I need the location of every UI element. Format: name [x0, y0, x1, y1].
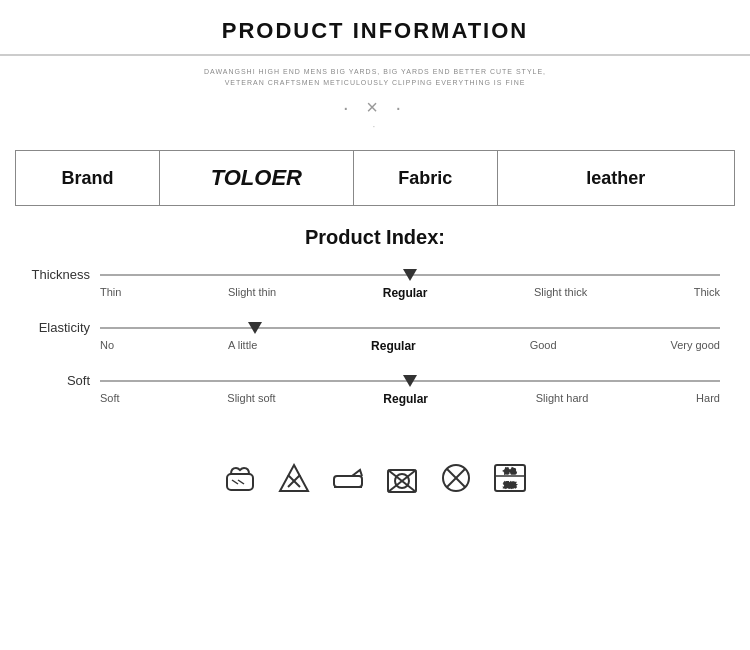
tick-thin: Thin [100, 286, 121, 300]
thickness-label: Thickness [30, 267, 100, 282]
tick-regular-elasticity: Regular [371, 339, 416, 353]
deco-area: DAWANGSHI HIGH END MENS BIG YARDS, BIG Y… [0, 56, 750, 138]
tick-slight-thick: Slight thick [534, 286, 587, 300]
tick-thick: Thick [694, 286, 720, 300]
tick-no: No [100, 339, 114, 353]
iron-icon [330, 460, 366, 501]
tick-good: Good [530, 339, 557, 353]
no-tumble-dry-icon [438, 460, 474, 501]
elasticity-track [100, 325, 720, 331]
elasticity-marker [248, 322, 262, 334]
tick-regular-soft: Regular [383, 392, 428, 406]
deco-symbol: · × · [0, 96, 750, 119]
thickness-ticks: Thin Slight thin Regular Slight thick Th… [100, 286, 720, 300]
product-info-table: Brand TOLOER Fabric leather [15, 150, 735, 206]
soft-slider-row: Soft [30, 373, 720, 388]
thickness-slider-row: Thickness [30, 267, 720, 282]
deco-text-line2: VETERAN CRAFTSMEN METICULOUSLY CLIPPING … [0, 77, 750, 88]
brand-value: TOLOER [159, 151, 353, 206]
deco-text-line1: DAWANGSHI HIGH END MENS BIG YARDS, BIG Y… [0, 66, 750, 77]
index-title: Product Index: [30, 226, 720, 249]
color-wash-icon: 分色 洗涤 [492, 460, 528, 501]
svg-line-2 [238, 480, 244, 484]
thickness-marker [403, 269, 417, 281]
svg-marker-3 [280, 465, 308, 491]
soft-ticks: Soft Slight soft Regular Slight hard Har… [100, 392, 720, 406]
tick-regular-thickness: Regular [383, 286, 428, 300]
no-bleach-icon [276, 460, 312, 501]
soft-marker [403, 375, 417, 387]
tick-soft: Soft [100, 392, 120, 406]
svg-text:洗涤: 洗涤 [504, 482, 516, 488]
tick-slight-hard: Slight hard [536, 392, 589, 406]
soft-track [100, 378, 720, 384]
wash-icon [222, 460, 258, 501]
thickness-labels-row: Thin Slight thin Regular Slight thick Th… [30, 286, 720, 300]
brand-label: Brand [16, 151, 160, 206]
tick-slight-thin: Slight thin [228, 286, 276, 300]
svg-line-1 [232, 480, 238, 484]
no-machine-wash-icon [384, 460, 420, 501]
svg-text:分色: 分色 [504, 468, 516, 474]
tick-hard: Hard [696, 392, 720, 406]
svg-rect-6 [334, 476, 362, 487]
thickness-track [100, 272, 720, 278]
elasticity-labels-row: No A little Regular Good Very good [30, 339, 720, 353]
tick-very-good: Very good [670, 339, 720, 353]
deco-dot: · [0, 121, 750, 132]
elasticity-label: Elasticity [30, 320, 100, 335]
tick-a-little: A little [228, 339, 257, 353]
soft-label: Soft [30, 373, 100, 388]
elasticity-ticks: No A little Regular Good Very good [100, 339, 720, 353]
elasticity-slider-row: Elasticity [30, 320, 720, 335]
page-header: PRODUCT INFORMATION [0, 0, 750, 56]
product-index-section: Product Index: Thickness Thin Slight thi… [0, 206, 750, 436]
page-title: PRODUCT INFORMATION [222, 18, 528, 43]
tick-slight-soft: Slight soft [227, 392, 275, 406]
fabric-value: leather [497, 151, 734, 206]
elasticity-track-line [100, 327, 720, 329]
fabric-label: Fabric [353, 151, 497, 206]
care-icons-row: 分色 洗涤 [0, 460, 750, 501]
soft-labels-row: Soft Slight soft Regular Slight hard Har… [30, 392, 720, 406]
